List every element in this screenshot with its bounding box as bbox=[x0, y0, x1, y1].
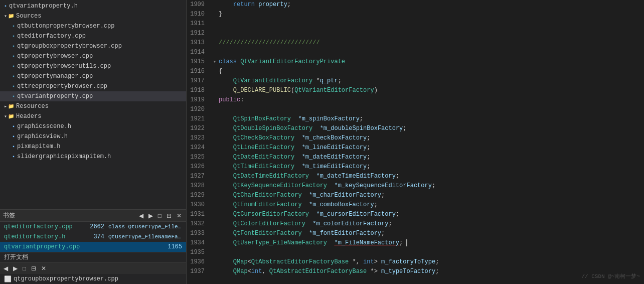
code-line: 1920 bbox=[187, 105, 644, 114]
bookmarks-header: 书签 ◀ ▶ □ ⊟ ✕ bbox=[0, 210, 186, 222]
code-line: 1936 QMap<QtAbstractEditorFactoryBase *,… bbox=[187, 257, 644, 267]
panel-close-btn[interactable]: ✕ bbox=[175, 212, 183, 220]
cpp-file-icon: ▪ bbox=[12, 74, 15, 79]
code-line: 1937 QMap<int, QtAbstractEditorFactoryBa… bbox=[187, 267, 644, 276]
open-expand-btn[interactable]: □ bbox=[21, 264, 28, 272]
line-code: { bbox=[219, 67, 644, 76]
tree-item-headers_folder[interactable]: ▾ 📁 Headers bbox=[0, 111, 186, 121]
bookmark-item[interactable]: qteditorfactory.h374 QtUserType_FileName… bbox=[0, 232, 186, 242]
bookmark-item[interactable]: qteditorfactory.cpp2662 class QtUserType… bbox=[0, 222, 186, 232]
code-line: 1922 QtDoubleSpinBoxFactory *m_doubleSpi… bbox=[187, 124, 644, 133]
tree-item-sources_folder[interactable]: ▾ 📁 Sources bbox=[0, 11, 186, 21]
fold-marker bbox=[211, 172, 219, 181]
bookmarks-title: 书签 bbox=[3, 211, 15, 220]
collapsed-arrow: ▸ bbox=[4, 103, 7, 109]
tree-item-qtbuttonpropertybrowser_cpp[interactable]: ▪ qtbuttonpropertybrowser.cpp bbox=[0, 21, 186, 31]
tree-item-qtpropertybrowser_cpp[interactable]: ▪ qtpropertybrowser.cpp bbox=[0, 51, 186, 61]
cpp-file-icon: ▪ bbox=[12, 94, 15, 99]
code-line: 1911 bbox=[187, 19, 644, 29]
tree-item-slidergraphicspixmapitem_h[interactable]: ▪ slidergraphicspixmapitem.h bbox=[0, 152, 186, 162]
code-panel: 1909 return property;1910}1911 1912 1913… bbox=[187, 0, 644, 284]
fold-marker bbox=[211, 267, 219, 276]
line-number: 1935 bbox=[187, 248, 211, 257]
panel-expand-btn[interactable]: □ bbox=[156, 212, 163, 220]
fold-marker bbox=[211, 257, 219, 267]
open-close-btn[interactable]: ✕ bbox=[40, 264, 48, 272]
fold-marker bbox=[211, 238, 219, 248]
h-file-icon: ▪ bbox=[4, 4, 7, 9]
fold-marker bbox=[211, 29, 219, 38]
cpp-file-icon: ▪ bbox=[12, 54, 15, 59]
fold-marker bbox=[211, 67, 219, 76]
tree-item-resources_folder[interactable]: ▸ 📁 Resources bbox=[0, 101, 186, 111]
fold-marker[interactable]: ▾ bbox=[211, 57, 219, 67]
fold-marker bbox=[211, 143, 219, 153]
fold-marker bbox=[211, 229, 219, 238]
tree-item-qteditorfactory_cpp[interactable]: ▪ qteditorfactory.cpp bbox=[0, 31, 186, 41]
bookmark-line: 2662 bbox=[84, 223, 104, 230]
code-line: 1919public: bbox=[187, 95, 644, 105]
panel-prev-btn[interactable]: ◀ bbox=[137, 212, 145, 220]
line-code: QtDoubleSpinBoxFactory *m_doubleSpinBoxF… bbox=[219, 124, 644, 133]
line-code: QtUserType_FileNameFactory *m_FileNameFa… bbox=[219, 238, 644, 248]
tree-item-qtpropertymanager_cpp[interactable]: ▪ qtpropertymanager.cpp bbox=[0, 71, 186, 81]
h-file-icon: ▪ bbox=[12, 154, 15, 160]
fold-marker bbox=[211, 10, 219, 19]
code-line: 1929 QtCharEditorFactory *m_charEditorFa… bbox=[187, 191, 644, 200]
tree-item-pixmapitem_h[interactable]: ▪ pixmapitem.h bbox=[0, 141, 186, 152]
line-code bbox=[219, 19, 644, 29]
code-line: 1928 QtKeySequenceEditorFactory *m_keySe… bbox=[187, 181, 644, 191]
tree-item-label: qtpropertymanager.cpp bbox=[17, 73, 93, 80]
code-line: 1923 QtCheckBoxFactory *m_checkBoxFactor… bbox=[187, 133, 644, 143]
line-number: 1910 bbox=[187, 10, 211, 19]
line-number: 1924 bbox=[187, 143, 211, 153]
line-number: 1917 bbox=[187, 76, 211, 86]
tree-item-qtpropertybrowserutils_cpp[interactable]: ▪ qtpropertybrowserutils.cpp bbox=[0, 61, 186, 71]
fold-marker bbox=[211, 162, 219, 172]
fold-marker bbox=[211, 76, 219, 86]
tree-item-qtgroupboxpropertybrowser_cpp[interactable]: ▪ qtgroupboxpropertybrowser.cpp bbox=[0, 41, 186, 51]
file-tree: ▪ qtvariantproperty.h▾ 📁 Sources▪ qtbutt… bbox=[0, 0, 186, 209]
code-area[interactable]: 1909 return property;1910}1911 1912 1913… bbox=[187, 0, 644, 284]
bookmark-name: qteditorfactory.cpp bbox=[4, 223, 84, 230]
line-code: public: bbox=[219, 95, 644, 105]
tree-item-qtvariantproperty_h[interactable]: ▪ qtvariantproperty.h bbox=[0, 1, 186, 11]
tree-item-label: slidergraphicspixmapitem.h bbox=[17, 153, 111, 160]
tree-item-graphicsview_h[interactable]: ▪ graphicsview.h bbox=[0, 131, 186, 141]
code-line: 1932 QtColorEditorFactory *m_colorEditor… bbox=[187, 219, 644, 229]
line-number: 1912 bbox=[187, 29, 211, 38]
fold-marker bbox=[211, 248, 219, 257]
open-prev-btn[interactable]: ◀ bbox=[2, 264, 10, 272]
tree-item-qtvariantproperty_cpp_tree[interactable]: ▪ qtvariantproperty.cpp bbox=[0, 91, 186, 101]
cpp-file-icon: ▪ bbox=[12, 84, 15, 89]
code-line: 1921 QtSpinBoxFactory *m_spinBoxFactory; bbox=[187, 114, 644, 124]
open-next-btn[interactable]: ▶ bbox=[12, 264, 19, 272]
tree-item-label: qteditorfactory.cpp bbox=[17, 33, 86, 40]
open-split-btn[interactable]: ⊟ bbox=[30, 264, 38, 272]
panel-split-btn[interactable]: ⊟ bbox=[165, 212, 173, 220]
fold-marker bbox=[211, 48, 219, 57]
line-number: 1918 bbox=[187, 86, 211, 95]
bookmark-name: qtvariantproperty.cpp bbox=[4, 243, 84, 250]
code-line: 1930 QtEnumEditorFactory *m_comboBoxFact… bbox=[187, 200, 644, 210]
line-number: 1927 bbox=[187, 172, 211, 181]
tree-item-label: qtbuttonpropertybrowser.cpp bbox=[17, 23, 114, 30]
code-line: 1933 QtFontEditorFactory *m_fontEditorFa… bbox=[187, 229, 644, 238]
fold-marker bbox=[211, 86, 219, 95]
line-number: 1913 bbox=[187, 38, 211, 48]
cpp-file-icon: ▪ bbox=[12, 44, 15, 49]
bookmarks-panel: 书签 ◀ ▶ □ ⊟ ✕ qteditorfactory.cpp2662 cla… bbox=[0, 209, 186, 284]
panel-next-btn[interactable]: ▶ bbox=[147, 212, 154, 220]
bookmark-desc: QtUserType_FileNameFactoryPrivate *d_ptr… bbox=[108, 234, 182, 240]
code-line: 1909 return property; bbox=[187, 0, 644, 10]
bookmark-desc: class QtUserType_FileNameWidget : public… bbox=[108, 224, 182, 230]
open-file-bottom-header: ◀ ▶ □ ⊟ ✕ bbox=[0, 262, 186, 274]
bookmark-list: qteditorfactory.cpp2662 class QtUserType… bbox=[0, 222, 186, 252]
bookmark-item[interactable]: qtvariantproperty.cpp1165 bbox=[0, 242, 186, 252]
folder-icon: 📁 bbox=[8, 103, 14, 109]
tree-item-qttreepropertybrowser_cpp[interactable]: ▪ qttreepropertybrowser.cpp bbox=[0, 81, 186, 91]
code-content: 1909 return property;1910}1911 1912 1913… bbox=[187, 0, 644, 284]
tree-item-graphicsscene_h[interactable]: ▪ graphicsscene.h bbox=[0, 121, 186, 131]
open-file-item[interactable]: ⬜ qtgroupboxpropertybrowser.cpp bbox=[0, 274, 186, 284]
line-code: //////////////////////////// bbox=[219, 38, 644, 48]
